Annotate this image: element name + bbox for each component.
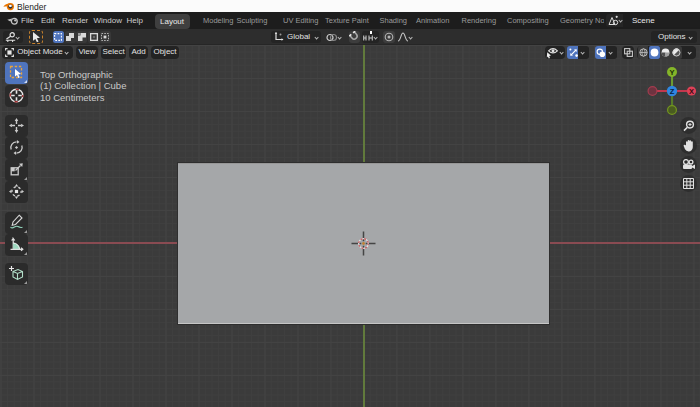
svg-text:Z: Z: [670, 87, 675, 96]
svg-text:X: X: [689, 87, 694, 96]
svg-text:Y: Y: [669, 68, 674, 77]
